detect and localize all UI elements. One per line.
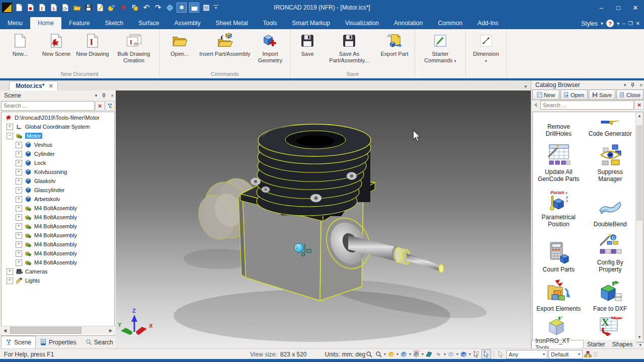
transparency-icon[interactable] [447, 350, 455, 358]
select-tool-icon[interactable] [481, 349, 491, 359]
tree-item-bolt-assembly[interactable]: + M4 BoltAssembly [2, 231, 114, 240]
viewport-3d[interactable]: Z Y X [116, 90, 531, 348]
selection-filter-dropdown[interactable]: Any▾ [506, 350, 547, 359]
panel-menu-icon[interactable]: ▾ [95, 93, 98, 98]
orbit-view-icon[interactable] [412, 350, 421, 358]
tree-item-root[interactable]: D:\Ironcad\2019\Tools-filmer\Motor [2, 113, 114, 122]
zoom-dropdown-icon[interactable]: ▾ [384, 352, 386, 356]
tab-feature[interactable]: Feature [61, 17, 97, 29]
tab-smart-markup[interactable]: Smart Markup [285, 17, 338, 29]
bulk-drawing-button[interactable]: I Bulk Drawing Creation [111, 30, 157, 70]
add-geometry-icon[interactable]: ✚ [119, 3, 128, 12]
catalog-new-button[interactable]: New [532, 89, 559, 100]
tree-item-part[interactable]: + Kolvbussning [2, 167, 114, 176]
tab-search[interactable]: Search [81, 336, 118, 348]
tree-item-bolt-assembly[interactable]: + M4 BoltAssembly [2, 249, 114, 258]
clear-search-icon[interactable]: × [634, 100, 644, 110]
pin-icon[interactable] [101, 93, 107, 99]
catalog-save-button[interactable]: Save [589, 89, 616, 100]
expand-toggle[interactable]: + [16, 142, 22, 148]
transparency-dropdown-icon[interactable]: ▾ [456, 352, 458, 356]
tree-item-part[interactable]: + Arbetskolv [2, 195, 114, 204]
expand-toggle[interactable]: + [16, 160, 22, 166]
import-geometry-button[interactable]: Import Geometry [252, 30, 288, 70]
copy-parts-icon[interactable] [130, 3, 139, 12]
catalog-item[interactable]: DXF Face to DXF [585, 276, 636, 315]
clear-search-icon[interactable]: × [95, 101, 105, 111]
expand-toggle[interactable]: + [16, 169, 22, 175]
panel-menu-icon[interactable]: ▾ [624, 82, 626, 87]
save-as-button[interactable]: Save As Part/Assembly... [322, 30, 376, 70]
insert-part-icon[interactable] [107, 3, 116, 12]
collapse-toggle[interactable]: − [7, 133, 13, 139]
scroll-right-icon[interactable]: ▶ [107, 328, 115, 333]
scroll-down-icon[interactable]: ▼ [636, 333, 643, 340]
visibility-glasses-icon[interactable]: ≒ [434, 350, 443, 358]
tab-scene[interactable]: Scene [1, 336, 36, 348]
zoom-tool-icon[interactable] [374, 350, 383, 358]
expand-toggle[interactable]: + [7, 124, 13, 130]
new-drawing-icon[interactable]: I [38, 3, 47, 12]
tab-properties[interactable]: Properties [36, 336, 81, 348]
expand-toggle[interactable]: + [16, 151, 22, 157]
zoom-window-icon[interactable] [365, 350, 373, 358]
bulk-drawing-icon[interactable]: I› [49, 3, 58, 12]
panel-close-icon[interactable]: × [111, 93, 114, 99]
render-globe-icon[interactable] [165, 3, 174, 12]
tree-item-part[interactable]: + Glaskolv [2, 176, 114, 186]
tab-overflow-icon[interactable]: ▾ [636, 342, 644, 347]
catalog-item[interactable]: Suppress Manager [585, 140, 636, 186]
maximize-button[interactable]: □ [610, 1, 627, 15]
catalog-item[interactable]: Count Parts [533, 231, 585, 276]
close-button[interactable]: ✕ [627, 1, 644, 15]
catalog-item-partial[interactable] [533, 315, 585, 339]
render-mode-icon[interactable] [387, 350, 395, 358]
expand-toggle[interactable]: + [7, 268, 13, 275]
tab-starter[interactable]: Starter [584, 340, 609, 349]
tree-item-part[interactable]: + Vevhus [2, 140, 114, 149]
tab-tools[interactable]: Tools [256, 17, 285, 29]
pointer-icon[interactable] [497, 350, 505, 358]
tab-home[interactable]: Home [30, 17, 61, 29]
dimension-button[interactable]: Dimension▾ [468, 30, 504, 76]
doc-close-icon[interactable]: ✕ [636, 21, 640, 26]
expand-toggle[interactable]: + [16, 223, 22, 230]
expand-toggle[interactable]: + [16, 205, 22, 212]
tree-item-motor[interactable]: − Motor [2, 131, 114, 140]
new-document-icon[interactable] [15, 3, 24, 12]
catalog-search-input[interactable] [540, 101, 634, 110]
expand-toggle[interactable]: + [16, 241, 22, 248]
tree-item-part[interactable]: + Cylinder [2, 149, 114, 158]
save-button[interactable]: Save [293, 30, 322, 70]
tab-menu[interactable]: Menu [0, 17, 30, 29]
shaded-dropdown-icon[interactable]: ▾ [409, 352, 411, 356]
close-document-icon[interactable]: ✕ [48, 82, 53, 89]
visibility-dropdown-icon[interactable]: ▾ [444, 352, 446, 356]
tab-ironpro-xt-tools[interactable]: IronPRO_XT Tools [531, 340, 584, 349]
render-dropdown-icon[interactable]: ▾ [396, 352, 398, 356]
tab-visualization[interactable]: Visualization [338, 17, 386, 29]
tree-item-bolt-assembly[interactable]: + M4 BoltAssembly [2, 213, 114, 222]
catalog-item[interactable]: Update All GenCode Parts [533, 140, 585, 186]
render-sparkle-icon[interactable]: ✱ [177, 3, 187, 13]
catalog-item[interactable]: Export Elements [533, 276, 585, 315]
part-display-icon[interactable] [459, 350, 468, 358]
scroll-up-icon[interactable]: ▲ [636, 112, 643, 119]
style-dropdown[interactable]: Default▾ [548, 350, 583, 359]
select-repeat-icon[interactable] [472, 350, 480, 358]
catalog-item[interactable]: Param xyz Parametrical Position [533, 186, 585, 231]
panel-close-icon[interactable]: × [639, 82, 642, 88]
expand-toggle[interactable]: + [16, 187, 22, 194]
export-part-button[interactable]: A Export Part [376, 30, 413, 70]
tree-item-bolt-assembly[interactable]: + M4 BoltAssembly [2, 240, 114, 249]
expand-toggle[interactable]: + [16, 214, 22, 221]
search-filter-icon[interactable] [105, 101, 115, 111]
expand-toggle[interactable]: + [16, 250, 22, 257]
vertical-scrollbar[interactable]: ▲ ▼ [635, 112, 643, 340]
scrollbar-thumb[interactable] [10, 327, 82, 334]
starter-commands-button[interactable]: Starter Commands ▾ [417, 30, 463, 76]
shaded-view-icon[interactable] [399, 350, 408, 358]
resize-grip[interactable]: ◫ [593, 351, 598, 357]
catalog-item[interactable]: C Config By Property [585, 231, 636, 276]
list-view-icon[interactable] [202, 3, 211, 12]
